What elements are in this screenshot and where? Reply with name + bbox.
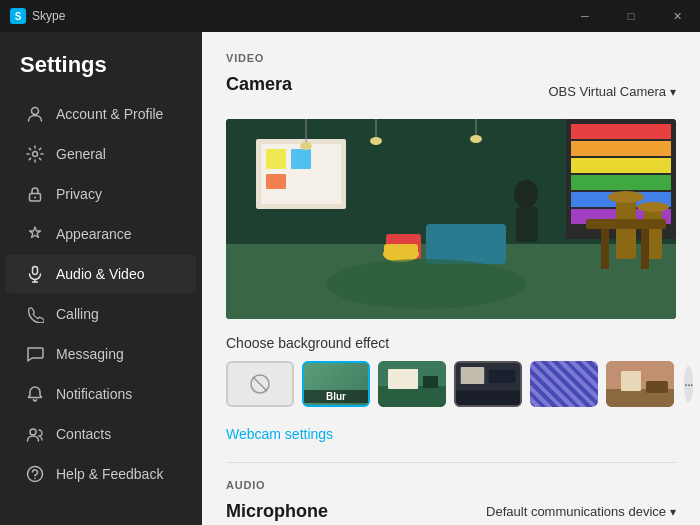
svg-rect-43 bbox=[516, 207, 538, 242]
audio-section-label: AUDIO bbox=[226, 479, 676, 491]
appearance-icon bbox=[26, 225, 44, 243]
lock-icon bbox=[26, 185, 44, 203]
svg-rect-54 bbox=[456, 391, 520, 405]
sidebar-label-contacts: Contacts bbox=[56, 426, 111, 442]
bg-effect-blur[interactable]: Blur bbox=[302, 361, 370, 407]
svg-rect-35 bbox=[641, 229, 649, 269]
svg-point-41 bbox=[470, 135, 482, 143]
bg-effect-room[interactable] bbox=[606, 361, 674, 407]
maximize-button[interactable]: □ bbox=[608, 0, 654, 32]
bg-effect-label: Choose background effect bbox=[226, 335, 676, 351]
svg-rect-52 bbox=[461, 367, 485, 384]
svg-rect-57 bbox=[621, 371, 641, 391]
mic-header: Microphone Default communications device… bbox=[226, 501, 676, 522]
contacts-icon bbox=[26, 425, 44, 443]
no-effect-icon bbox=[248, 372, 272, 396]
camera-scene-svg bbox=[226, 119, 676, 319]
svg-rect-4 bbox=[33, 267, 38, 275]
svg-rect-21 bbox=[266, 149, 286, 169]
section-divider bbox=[226, 462, 676, 463]
svg-point-32 bbox=[637, 202, 669, 212]
svg-rect-48 bbox=[378, 386, 446, 407]
svg-rect-53 bbox=[489, 370, 515, 383]
chevron-down-icon: ▾ bbox=[670, 85, 676, 99]
camera-device-label: OBS Virtual Camera bbox=[548, 84, 666, 99]
bg-effect-pattern[interactable] bbox=[530, 361, 598, 407]
bg-effect-section: Choose background effect Blur bbox=[226, 335, 676, 407]
sidebar-label-appearance: Appearance bbox=[56, 226, 132, 242]
more-icon: ··· bbox=[684, 376, 693, 392]
bg-effect-office1[interactable] bbox=[378, 361, 446, 407]
bg-effects-row: Blur bbox=[226, 361, 676, 407]
video-section-label: VIDEO bbox=[226, 52, 676, 64]
svg-rect-15 bbox=[571, 158, 671, 173]
sidebar-item-general[interactable]: General bbox=[6, 135, 196, 173]
svg-point-9 bbox=[34, 478, 36, 480]
app-icon: S bbox=[10, 8, 26, 24]
main-layout: Settings Account & Profile General bbox=[0, 32, 700, 525]
mic-icon bbox=[26, 265, 44, 283]
sidebar-label-calling: Calling bbox=[56, 306, 99, 322]
app-title: Skype bbox=[32, 9, 65, 23]
close-button[interactable]: ✕ bbox=[654, 0, 700, 32]
mic-device-label: Default communications device bbox=[486, 504, 666, 519]
svg-point-1 bbox=[33, 152, 38, 157]
sidebar-item-account[interactable]: Account & Profile bbox=[6, 95, 196, 133]
bell-icon bbox=[26, 385, 44, 403]
sidebar-item-contacts[interactable]: Contacts bbox=[6, 415, 196, 453]
sidebar-item-calling[interactable]: Calling bbox=[6, 295, 196, 333]
svg-rect-50 bbox=[423, 376, 438, 388]
window-controls: ─ □ ✕ bbox=[562, 0, 700, 32]
svg-rect-58 bbox=[646, 381, 668, 393]
svg-point-39 bbox=[370, 137, 382, 145]
minimize-button[interactable]: ─ bbox=[562, 0, 608, 32]
sidebar-label-general: General bbox=[56, 146, 106, 162]
svg-point-0 bbox=[32, 108, 39, 115]
mic-title: Microphone bbox=[226, 501, 328, 522]
help-icon bbox=[26, 465, 44, 483]
office2-preview bbox=[456, 363, 520, 405]
svg-point-3 bbox=[34, 197, 36, 199]
mic-device-select[interactable]: Default communications device ▾ bbox=[486, 504, 676, 519]
chevron-down-icon: ▾ bbox=[670, 505, 676, 519]
sidebar-label-privacy: Privacy bbox=[56, 186, 102, 202]
content-area: VIDEO Camera OBS Virtual Camera ▾ bbox=[202, 32, 700, 525]
sidebar-item-audio-video[interactable]: Audio & Video bbox=[6, 255, 196, 293]
webcam-settings-link[interactable]: Webcam settings bbox=[226, 426, 333, 442]
bg-effect-none[interactable] bbox=[226, 361, 294, 407]
gear-icon bbox=[26, 145, 44, 163]
camera-device-select[interactable]: OBS Virtual Camera ▾ bbox=[548, 84, 676, 99]
sidebar-item-appearance[interactable]: Appearance bbox=[6, 215, 196, 253]
sidebar-item-messaging[interactable]: Messaging bbox=[6, 335, 196, 373]
camera-header: Camera OBS Virtual Camera ▾ bbox=[226, 74, 676, 109]
sidebar-label-notifications: Notifications bbox=[56, 386, 132, 402]
office1-preview bbox=[378, 361, 446, 407]
person-icon bbox=[26, 105, 44, 123]
sidebar: Settings Account & Profile General bbox=[0, 32, 202, 525]
svg-rect-49 bbox=[388, 369, 418, 389]
svg-point-44 bbox=[326, 259, 526, 309]
blur-label: Blur bbox=[304, 390, 368, 403]
phone-icon bbox=[26, 305, 44, 323]
svg-rect-33 bbox=[586, 219, 666, 229]
sidebar-item-privacy[interactable]: Privacy bbox=[6, 175, 196, 213]
settings-title: Settings bbox=[0, 42, 202, 94]
svg-rect-16 bbox=[571, 175, 671, 190]
sidebar-label-help: Help & Feedback bbox=[56, 466, 163, 482]
svg-line-46 bbox=[253, 377, 267, 391]
svg-point-30 bbox=[608, 191, 644, 203]
sidebar-item-notifications[interactable]: Notifications bbox=[6, 375, 196, 413]
room-preview bbox=[606, 361, 674, 407]
bg-effects-more-button[interactable]: ··· bbox=[684, 366, 693, 402]
sidebar-item-help[interactable]: Help & Feedback bbox=[6, 455, 196, 493]
svg-rect-22 bbox=[291, 149, 311, 169]
svg-point-7 bbox=[30, 429, 36, 435]
bg-effect-office2[interactable] bbox=[454, 361, 522, 407]
svg-point-42 bbox=[514, 180, 538, 208]
svg-rect-26 bbox=[426, 224, 506, 264]
svg-rect-14 bbox=[571, 141, 671, 156]
title-bar: S Skype ─ □ ✕ bbox=[0, 0, 700, 32]
svg-point-37 bbox=[300, 142, 312, 150]
svg-rect-34 bbox=[601, 229, 609, 269]
sidebar-label-account: Account & Profile bbox=[56, 106, 163, 122]
